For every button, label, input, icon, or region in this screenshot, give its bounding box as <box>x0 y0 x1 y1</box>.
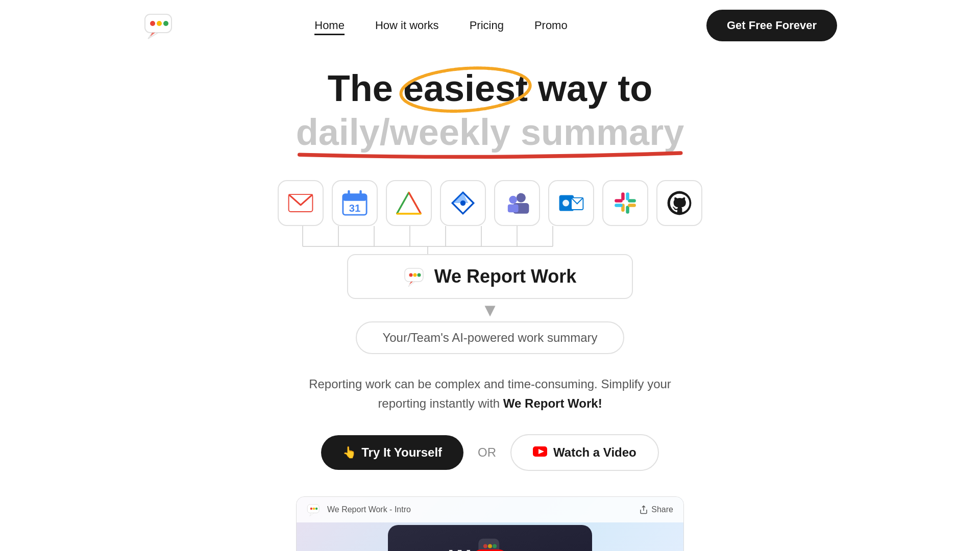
svg-point-24 <box>562 199 569 206</box>
teams-icon <box>504 190 530 216</box>
title-easiest: easiest <box>403 66 528 110</box>
video-logo <box>307 503 321 517</box>
svg-rect-28 <box>626 206 629 214</box>
hero-title: The easiest way to daily/weekly summary <box>296 66 684 155</box>
svg-point-17 <box>460 201 465 206</box>
hero-title-line2: daily/weekly summary <box>296 110 684 154</box>
svg-marker-13 <box>397 192 421 214</box>
connector-lines <box>276 226 704 254</box>
svg-point-55 <box>315 507 317 509</box>
summary-box: Your/Team's AI-powered work summary <box>356 321 624 354</box>
jira-icon <box>450 190 476 216</box>
video-preview[interactable]: We Report Work - Intro Share We Rept Wor… <box>296 496 684 551</box>
svg-point-2 <box>157 21 162 26</box>
slack-icon-box <box>602 180 648 226</box>
logo[interactable] <box>143 9 176 42</box>
wrw-box: We Report Work <box>347 254 633 299</box>
get-free-button[interactable]: Get Free Forever <box>706 10 837 41</box>
gdrive-icon-box <box>386 180 432 226</box>
svg-point-60 <box>493 544 497 548</box>
nav-link-promo[interactable]: Promo <box>534 19 568 32</box>
svg-rect-32 <box>628 204 636 207</box>
svg-rect-31 <box>626 192 629 201</box>
svg-point-54 <box>313 507 315 509</box>
share-button[interactable]: Share <box>639 505 673 514</box>
svg-rect-21 <box>508 204 519 212</box>
outlook-icon-box <box>548 180 594 226</box>
nav-item-home[interactable]: Home <box>314 19 345 32</box>
hero-description: Reporting work can be complex and time-c… <box>296 374 684 414</box>
summary-label: Your/Team's AI-powered work summary <box>382 331 597 344</box>
title-suffix: way to <box>528 68 652 109</box>
svg-line-14 <box>397 192 409 214</box>
gdrive-icon <box>396 190 422 216</box>
gcal-icon-box: 31 <box>332 180 378 226</box>
nav-links: Home How it works Pricing Promo <box>314 19 567 32</box>
nav-item-pricing[interactable]: Pricing <box>470 19 504 32</box>
logo-icon <box>143 9 176 42</box>
watch-video-button[interactable]: Watch a Video <box>510 434 659 471</box>
video-title-text: We Report Work - Intro <box>327 505 411 514</box>
svg-rect-25 <box>615 199 623 203</box>
svg-text:31: 31 <box>349 203 361 214</box>
outlook-icon <box>558 190 584 216</box>
title-prefix: The <box>328 68 403 109</box>
github-icon-box <box>656 180 702 226</box>
nav-item-howitworks[interactable]: How it works <box>375 19 439 32</box>
arrow-down-icon: ▼ <box>481 301 499 319</box>
cta-row: 👆 Try It Yourself OR Watch a Video <box>321 434 659 471</box>
svg-rect-27 <box>628 199 636 203</box>
svg-rect-30 <box>615 204 623 207</box>
svg-rect-9 <box>343 194 366 201</box>
svg-point-45 <box>409 273 412 277</box>
teams-icon-box <box>494 180 540 226</box>
share-icon <box>639 505 648 514</box>
navbar: Home How it works Pricing Promo Get Free… <box>0 0 980 51</box>
svg-point-46 <box>413 273 416 277</box>
svg-line-15 <box>409 192 421 214</box>
gcal-icon: 31 <box>341 190 368 216</box>
hero-title-line1: The easiest way to <box>296 66 684 110</box>
youtube-icon <box>533 445 547 460</box>
hand-icon: 👆 <box>342 446 356 459</box>
nav-link-home[interactable]: Home <box>314 19 345 35</box>
wrw-label: We Report Work <box>434 266 577 287</box>
nav-item-promo[interactable]: Promo <box>534 19 568 32</box>
hero-section: The easiest way to daily/weekly summary <box>0 51 980 551</box>
try-it-button[interactable]: 👆 Try It Yourself <box>321 435 463 470</box>
gmail-icon <box>287 193 314 213</box>
nav-link-pricing[interactable]: Pricing <box>470 19 504 32</box>
tablet-device: We Rept Work <box>388 525 592 551</box>
svg-point-1 <box>150 21 155 26</box>
app-icons-row: 31 <box>274 180 706 226</box>
svg-point-18 <box>517 193 526 202</box>
svg-point-3 <box>163 21 168 26</box>
svg-point-58 <box>483 544 487 548</box>
svg-point-20 <box>509 195 517 204</box>
jira-icon-box <box>440 180 486 226</box>
svg-point-47 <box>417 273 421 277</box>
wrw-logo-icon <box>404 265 426 288</box>
svg-point-59 <box>488 544 492 548</box>
nav-link-howitworks[interactable]: How it works <box>375 19 439 32</box>
svg-rect-26 <box>621 192 625 201</box>
or-divider: OR <box>478 445 496 460</box>
flow-diagram: 31 <box>0 180 980 354</box>
github-icon <box>666 190 693 216</box>
tablet-logo <box>477 535 503 551</box>
gmail-icon-box <box>278 180 324 226</box>
slack-icon <box>612 190 639 216</box>
video-top-bar: We Report Work - Intro Share <box>297 497 683 522</box>
svg-point-53 <box>310 507 312 509</box>
svg-marker-56 <box>310 513 314 516</box>
